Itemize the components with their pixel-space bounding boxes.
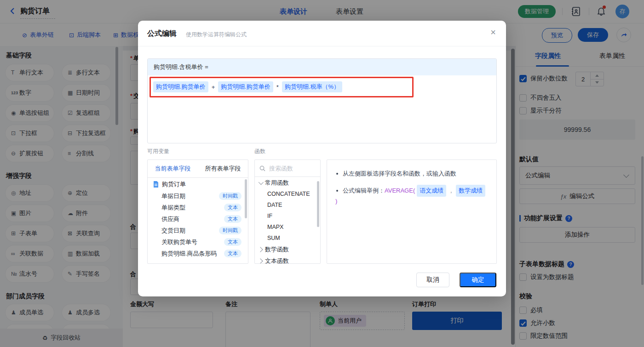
variables-tabs: 当前表单字段 所有表单字段 xyxy=(148,160,248,178)
chevron-right-icon xyxy=(258,258,263,263)
variable-item[interactable]: 单据类型 文本 xyxy=(148,202,248,213)
function-item[interactable]: MAPX xyxy=(255,222,320,233)
variables-scrollbar[interactable] xyxy=(245,179,247,218)
formula-edit-modal: 公式编辑 使用数学运算符编辑公式 × 购货明细.含税单价 = 购货明细.购货单价… xyxy=(138,21,506,296)
function-search-row xyxy=(255,160,320,177)
example-field-chip: 语文成绩 xyxy=(417,185,446,197)
chevron-down-icon xyxy=(259,179,264,184)
functions-label: 函数 xyxy=(254,148,265,155)
function-group-label: 常用函数 xyxy=(265,179,289,187)
tip-line-2: 公式编辑举例： AVERAGE( 语文成绩 ， 数学成绩 ) xyxy=(335,185,488,206)
variable-name: 关联购货单号 xyxy=(161,238,197,246)
function-group-label: 数学函数 xyxy=(265,245,289,254)
variables-root-label: 购货订单 xyxy=(162,180,186,188)
variable-item[interactable]: 供应商 文本 xyxy=(148,213,248,225)
example-field-chip: 数学成绩 xyxy=(456,185,485,197)
example-function-close: ) xyxy=(335,197,337,206)
variables-panel: 当前表单字段 所有表单字段 购货订单 单据日期 时间戳 单据类型 文本 供应商 … xyxy=(147,159,248,264)
functions-scrollbar[interactable] xyxy=(317,181,319,227)
variable-item[interactable]: 交货日期 时间戳 xyxy=(148,225,248,236)
variable-type-badge: 时间戳 xyxy=(219,227,242,234)
variable-type-badge: 文本 xyxy=(224,238,242,246)
tab-all-form-fields[interactable]: 所有表单字段 xyxy=(198,165,248,173)
variable-type-badge: 文本 xyxy=(224,215,242,223)
variable-item[interactable]: 关联购货单号 文本 xyxy=(148,236,248,248)
variable-type-badge: 文本 xyxy=(224,204,242,211)
function-group-text[interactable]: 文本函数 xyxy=(255,255,320,264)
variable-name: 单据类型 xyxy=(161,204,185,212)
variable-type-badge: 文本 xyxy=(224,250,242,257)
variables-label: 可用变量 xyxy=(147,148,169,155)
tip-text: 从左侧面板选择字段名和函数，或输入函数 xyxy=(343,169,456,178)
variable-name: 供应商 xyxy=(161,215,179,223)
modal-subtitle: 使用数学运算符编辑公式 xyxy=(186,31,247,39)
variable-name: 购货明细.商品条形码 xyxy=(161,250,217,258)
function-item[interactable]: IF xyxy=(255,210,320,222)
variable-type-badge: 时间戳 xyxy=(219,192,242,200)
close-icon[interactable]: × xyxy=(490,27,496,38)
function-item[interactable]: DATE xyxy=(255,199,320,210)
example-function-open: AVERAGE( xyxy=(385,186,415,195)
variable-item[interactable]: 单据日期 时间戳 xyxy=(148,190,248,202)
function-group-math[interactable]: 数学函数 xyxy=(255,244,320,255)
app-root: 购货订单 表单设计 表单设置 数据管理 存 ⊘ 表单外链 ⊡ 后端脚本 xyxy=(0,0,644,347)
variable-item[interactable]: 购货明细.商品条形码 文本 xyxy=(148,248,248,259)
search-icon xyxy=(259,165,265,171)
tip-line-1: 从左侧面板选择字段名和函数，或输入函数 xyxy=(335,169,488,178)
bullet-dot xyxy=(336,173,338,175)
formula-target: 购货明细.含税单价 = xyxy=(148,59,496,75)
function-group-label: 文本函数 xyxy=(265,257,289,264)
functions-panel: 常用函数 CONCATENATE DATE IF MAPX SUM 数学函数 文… xyxy=(254,159,321,264)
tab-current-form-fields[interactable]: 当前表单字段 xyxy=(148,165,198,173)
function-item[interactable]: CONCATENATE xyxy=(255,188,320,199)
formula-editor[interactable]: 购货明细.含税单价 = 购货明细.购货单价 + 购货明细.购货单价 * 购货明细… xyxy=(147,58,497,143)
function-item[interactable]: SUM xyxy=(255,233,320,244)
example-comma: ， xyxy=(448,186,454,195)
tip-example-label: 公式编辑举例： xyxy=(343,186,385,195)
function-search-input[interactable] xyxy=(268,165,311,172)
tips-panel: 从左侧面板选择字段名和函数，或输入函数 公式编辑举例： AVERAGE( 语文成… xyxy=(327,159,497,264)
variable-name: 交货日期 xyxy=(161,227,185,235)
variable-name: 单据日期 xyxy=(161,192,185,200)
modal-title: 公式编辑 xyxy=(147,29,177,39)
cancel-button[interactable]: 取消 xyxy=(416,273,449,287)
confirm-button[interactable]: 确定 xyxy=(460,273,496,287)
chevron-right-icon xyxy=(258,247,263,252)
annotation-red-box xyxy=(150,77,414,97)
document-icon xyxy=(153,181,159,188)
modal-header-divider xyxy=(138,46,506,46)
function-group-common[interactable]: 常用函数 xyxy=(255,177,320,188)
bullet-dot xyxy=(336,190,338,192)
variables-root-node[interactable]: 购货订单 xyxy=(148,178,248,190)
